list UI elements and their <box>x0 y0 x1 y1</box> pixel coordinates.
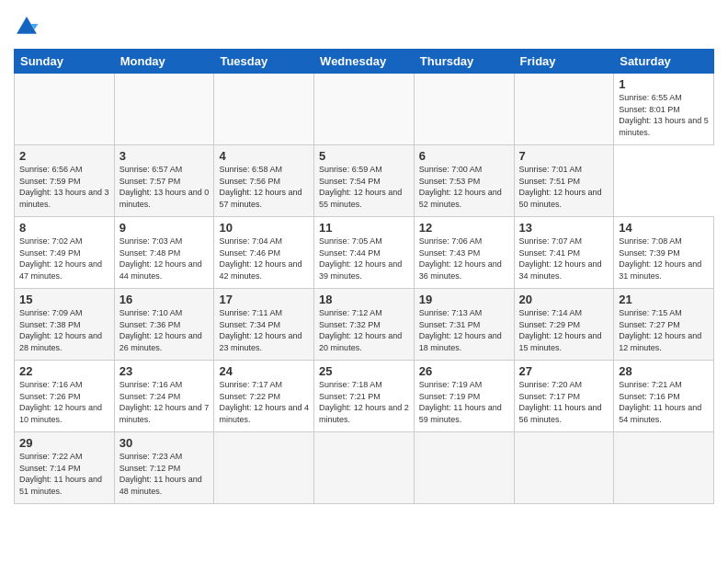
daylight: Daylight: 12 hours and 47 minutes. <box>19 259 102 281</box>
daylight: Daylight: 12 hours and 34 minutes. <box>519 259 602 281</box>
daylight: Daylight: 11 hours and 51 minutes. <box>19 475 102 496</box>
sunset: Sunset: 7:54 PM <box>319 177 381 186</box>
logo <box>14 14 41 40</box>
day-number: 9 <box>119 221 210 235</box>
daylight: Daylight: 12 hours and 15 minutes. <box>519 331 602 352</box>
day-info: Sunrise: 7:06 AM Sunset: 7:43 PM Dayligh… <box>419 236 509 282</box>
sunrise: Sunrise: 7:10 AM <box>119 308 183 317</box>
sunset: Sunset: 7:34 PM <box>219 320 280 329</box>
calendar-cell <box>314 432 415 504</box>
calendar-cell: 26 Sunrise: 7:19 AM Sunset: 7:19 PM Dayl… <box>414 361 514 432</box>
sunset: Sunset: 7:49 PM <box>19 248 81 258</box>
day-info: Sunrise: 7:15 AM Sunset: 7:27 PM Dayligh… <box>619 307 709 353</box>
calendar-cell: 3 Sunrise: 6:57 AM Sunset: 7:57 PM Dayli… <box>114 145 214 217</box>
day-number: 8 <box>19 221 109 235</box>
daylight: Daylight: 12 hours and 57 minutes. <box>219 188 301 209</box>
calendar-cell: 10 Sunrise: 7:04 AM Sunset: 7:46 PM Dayl… <box>214 217 314 289</box>
day-number: 18 <box>319 293 409 306</box>
day-number: 19 <box>419 293 509 306</box>
calendar-cell <box>314 74 415 145</box>
calendar-cell: 21 Sunrise: 7:15 AM Sunset: 7:27 PM Dayl… <box>614 289 714 361</box>
col-header-friday: Friday <box>514 50 614 74</box>
day-number: 23 <box>119 364 210 378</box>
sunset: Sunset: 7:24 PM <box>119 392 181 401</box>
sunset: Sunset: 8:01 PM <box>619 105 680 114</box>
calendar-cell <box>414 432 514 504</box>
day-info: Sunrise: 7:12 AM Sunset: 7:32 PM Dayligh… <box>319 307 409 353</box>
day-info: Sunrise: 7:23 AM Sunset: 7:12 PM Dayligh… <box>119 451 210 497</box>
col-header-monday: Monday <box>114 50 214 74</box>
day-number: 27 <box>519 364 609 378</box>
sunset: Sunset: 7:31 PM <box>419 320 481 329</box>
sunset: Sunset: 7:29 PM <box>519 320 581 329</box>
daylight: Daylight: 12 hours and 20 minutes. <box>319 331 402 352</box>
calendar-cell: 28 Sunrise: 7:21 AM Sunset: 7:16 PM Dayl… <box>614 361 714 432</box>
daylight: Daylight: 12 hours and 4 minutes. <box>219 403 309 424</box>
sunset: Sunset: 7:36 PM <box>119 320 181 329</box>
sunrise: Sunrise: 7:14 AM <box>519 308 583 317</box>
calendar-cell: 8 Sunrise: 7:02 AM Sunset: 7:49 PM Dayli… <box>15 217 115 289</box>
daylight: Daylight: 12 hours and 10 minutes. <box>19 403 102 424</box>
day-number: 17 <box>219 293 309 306</box>
sunrise: Sunrise: 7:15 AM <box>619 308 682 317</box>
sunset: Sunset: 7:41 PM <box>519 248 581 258</box>
sunset: Sunset: 7:57 PM <box>119 177 181 186</box>
day-info: Sunrise: 7:16 AM Sunset: 7:26 PM Dayligh… <box>19 379 109 425</box>
daylight: Daylight: 11 hours and 48 minutes. <box>119 475 202 496</box>
calendar-cell: 16 Sunrise: 7:10 AM Sunset: 7:36 PM Dayl… <box>114 289 214 361</box>
sunrise: Sunrise: 7:21 AM <box>619 380 682 389</box>
daylight: Daylight: 11 hours and 54 minutes. <box>619 403 701 424</box>
daylight: Daylight: 12 hours and 42 minutes. <box>219 259 301 281</box>
calendar-cell: 6 Sunrise: 7:00 AM Sunset: 7:53 PM Dayli… <box>414 145 514 217</box>
calendar-cell: 7 Sunrise: 7:01 AM Sunset: 7:51 PM Dayli… <box>514 145 614 217</box>
daylight: Daylight: 12 hours and 26 minutes. <box>119 331 202 352</box>
col-header-saturday: Saturday <box>614 50 714 74</box>
daylight: Daylight: 13 hours and 0 minutes. <box>119 188 210 209</box>
sunset: Sunset: 7:44 PM <box>319 248 381 258</box>
calendar-cell: 18 Sunrise: 7:12 AM Sunset: 7:32 PM Dayl… <box>314 289 415 361</box>
day-info: Sunrise: 7:09 AM Sunset: 7:38 PM Dayligh… <box>19 307 109 353</box>
sunrise: Sunrise: 6:57 AM <box>119 165 183 174</box>
calendar-cell <box>414 74 514 145</box>
day-info: Sunrise: 7:13 AM Sunset: 7:31 PM Dayligh… <box>419 307 509 353</box>
day-number: 2 <box>19 149 109 163</box>
sunset: Sunset: 7:51 PM <box>519 177 581 186</box>
sunrise: Sunrise: 7:19 AM <box>419 380 483 389</box>
day-number: 10 <box>219 221 309 235</box>
sunrise: Sunrise: 6:56 AM <box>19 165 83 174</box>
daylight: Daylight: 13 hours and 3 minutes. <box>19 188 109 209</box>
daylight: Daylight: 11 hours and 59 minutes. <box>419 403 502 424</box>
day-info: Sunrise: 7:07 AM Sunset: 7:41 PM Dayligh… <box>519 236 609 282</box>
calendar-week-row: 15 Sunrise: 7:09 AM Sunset: 7:38 PM Dayl… <box>15 289 714 361</box>
day-number: 21 <box>619 293 709 306</box>
calendar-cell: 30 Sunrise: 7:23 AM Sunset: 7:12 PM Dayl… <box>114 432 214 504</box>
calendar-cell: 11 Sunrise: 7:05 AM Sunset: 7:44 PM Dayl… <box>314 217 415 289</box>
calendar-week-row: 2 Sunrise: 6:56 AM Sunset: 7:59 PM Dayli… <box>15 145 714 217</box>
calendar-cell: 25 Sunrise: 7:18 AM Sunset: 7:21 PM Dayl… <box>314 361 415 432</box>
day-info: Sunrise: 6:55 AM Sunset: 8:01 PM Dayligh… <box>619 92 709 138</box>
sunrise: Sunrise: 7:02 AM <box>19 236 83 246</box>
daylight: Daylight: 12 hours and 52 minutes. <box>419 188 502 209</box>
sunrise: Sunrise: 7:22 AM <box>19 452 83 461</box>
calendar-cell <box>15 74 115 145</box>
sunrise: Sunrise: 7:20 AM <box>519 380 583 389</box>
day-number: 3 <box>119 149 210 163</box>
daylight: Daylight: 12 hours and 31 minutes. <box>619 259 701 281</box>
calendar-cell: 4 Sunrise: 6:58 AM Sunset: 7:56 PM Dayli… <box>214 145 314 217</box>
calendar-week-row: 29 Sunrise: 7:22 AM Sunset: 7:14 PM Dayl… <box>15 432 714 504</box>
sunrise: Sunrise: 7:07 AM <box>519 236 583 246</box>
calendar-header-row: SundayMondayTuesdayWednesdayThursdayFrid… <box>15 50 714 74</box>
day-number: 15 <box>19 293 109 306</box>
sunset: Sunset: 7:16 PM <box>619 392 680 401</box>
sunset: Sunset: 7:48 PM <box>119 248 181 258</box>
day-info: Sunrise: 7:04 AM Sunset: 7:46 PM Dayligh… <box>219 236 309 282</box>
col-header-thursday: Thursday <box>414 50 514 74</box>
daylight: Daylight: 11 hours and 56 minutes. <box>519 403 602 424</box>
sunset: Sunset: 7:53 PM <box>419 177 481 186</box>
calendar-cell: 20 Sunrise: 7:14 AM Sunset: 7:29 PM Dayl… <box>514 289 614 361</box>
day-info: Sunrise: 7:02 AM Sunset: 7:49 PM Dayligh… <box>19 236 109 282</box>
day-info: Sunrise: 7:08 AM Sunset: 7:39 PM Dayligh… <box>619 236 709 282</box>
day-info: Sunrise: 7:05 AM Sunset: 7:44 PM Dayligh… <box>319 236 409 282</box>
sunrise: Sunrise: 7:08 AM <box>619 236 682 246</box>
day-info: Sunrise: 7:00 AM Sunset: 7:53 PM Dayligh… <box>419 164 509 210</box>
